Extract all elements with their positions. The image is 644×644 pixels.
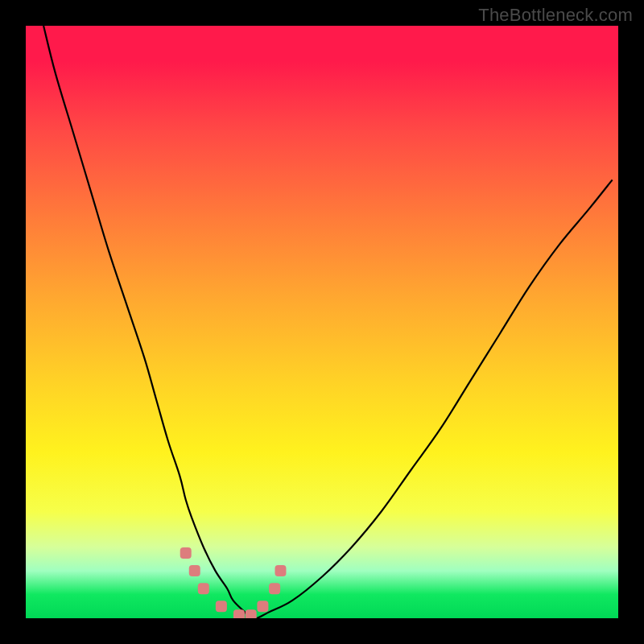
plot-area bbox=[26, 26, 618, 618]
curve-marker bbox=[275, 565, 286, 576]
curve-markers bbox=[180, 547, 287, 618]
curve-marker bbox=[189, 565, 200, 576]
chart-frame: TheBottleneck.com bbox=[0, 0, 644, 644]
curve-marker bbox=[216, 601, 227, 612]
curve-marker bbox=[246, 609, 257, 618]
curve-layer bbox=[26, 26, 618, 618]
curve-marker bbox=[257, 601, 268, 612]
curve-marker bbox=[198, 583, 209, 594]
bottleneck-curve bbox=[43, 26, 613, 618]
curve-marker bbox=[233, 609, 245, 618]
curve-marker bbox=[269, 583, 280, 594]
curve-marker bbox=[180, 547, 192, 559]
watermark-text: TheBottleneck.com bbox=[478, 5, 633, 26]
